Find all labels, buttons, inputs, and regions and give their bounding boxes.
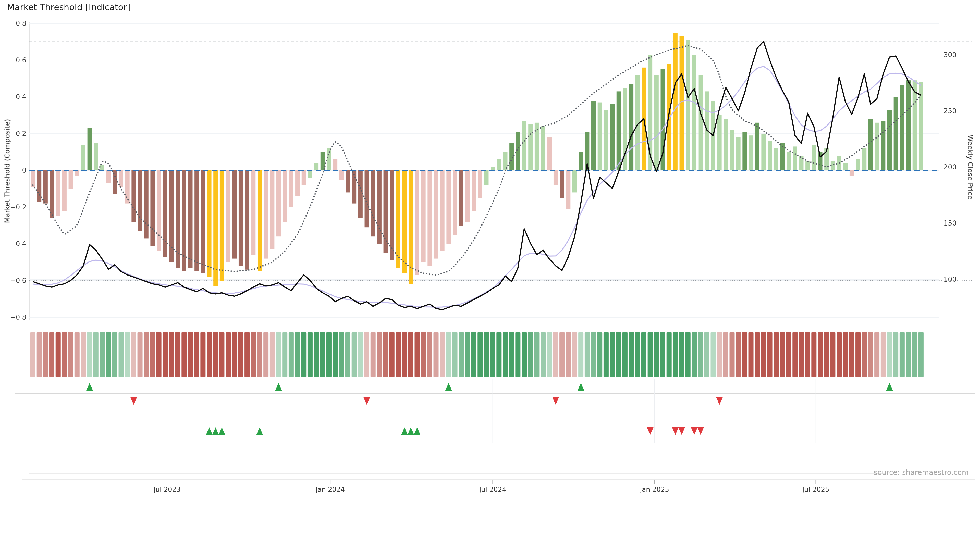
left-axis-tick: −0.6 xyxy=(6,277,26,284)
left-axis-tick: −0.8 xyxy=(6,313,26,321)
left-axis-tick: −0.4 xyxy=(6,240,26,248)
right-axis-tick: 300 xyxy=(943,51,957,59)
right-axis-tick: 200 xyxy=(943,163,957,171)
left-axis-tick: 0 xyxy=(6,167,26,174)
x-axis-tick: Jul 2023 xyxy=(142,486,192,493)
x-axis-tick: Jul 2025 xyxy=(791,486,842,493)
x-axis-tick: Jan 2025 xyxy=(629,486,680,493)
right-axis-tick: 100 xyxy=(943,275,957,283)
right-axis-tick: 250 xyxy=(943,107,957,115)
left-axis-tick: 0.4 xyxy=(6,93,26,101)
x-axis-tick: Jul 2024 xyxy=(467,486,518,493)
left-axis-tick: 0.6 xyxy=(6,56,26,64)
right-axis-label: Weekly Close Price xyxy=(966,106,974,229)
left-axis-tick: 0.2 xyxy=(6,130,26,138)
right-axis-tick: 150 xyxy=(943,219,957,227)
left-axis-tick: 0.8 xyxy=(6,20,26,27)
left-axis-tick: −0.2 xyxy=(6,203,26,211)
x-axis-tick: Jan 2024 xyxy=(305,486,356,493)
source-note: source: sharemaestro.com xyxy=(874,468,969,477)
market-threshold-chart-canvas xyxy=(0,0,980,551)
page-title: Market Threshold [Indicator] xyxy=(7,2,130,12)
